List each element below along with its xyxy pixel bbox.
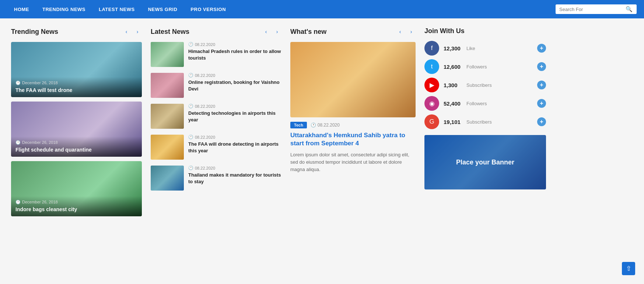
clock-icon-3: 🕐: [15, 200, 21, 205]
wn-date: 🕐 08.22.2020: [311, 123, 340, 128]
latest-next[interactable]: ›: [273, 27, 281, 36]
social-row-gg: G 19,101 Subscribers +: [424, 114, 546, 129]
whats-new-prev[interactable]: ‹: [396, 27, 405, 36]
trending-title-3: Indore bags cleanest city: [15, 206, 137, 213]
wn-tag: Tech: [290, 122, 307, 128]
trending-card-2[interactable]: 🕐 December 26, 2018 Flight schedule and …: [11, 102, 142, 157]
join-heading: Join With Us: [424, 27, 465, 35]
nav-home[interactable]: HOME: [7, 0, 36, 18]
trending-card-1[interactable]: 🕐 December 26, 2018 The FAA will test dr…: [11, 42, 142, 97]
ig-label: Followers: [466, 101, 533, 106]
search-input[interactable]: [559, 7, 626, 12]
clock-icon-l5: 🕐: [188, 166, 193, 170]
gg-label: Subscribers: [466, 119, 533, 125]
trending-section: Trending News ‹ › 🕐 December 26, 2018 Th…: [11, 27, 142, 216]
tw-plus[interactable]: +: [537, 62, 546, 71]
social-row-ig: ◉ 52,400 Followers +: [424, 96, 546, 111]
latest-item-1[interactable]: 🕐 08.22.2020 Himachal Pradesh rules in o…: [151, 42, 281, 67]
latest-section: Latest News ‹ › 🕐 08.22.2020 Himachal Pr…: [151, 27, 281, 216]
latest-item-3[interactable]: 🕐 08.22.2020 Detecting technologies in a…: [151, 104, 281, 129]
clock-icon-l3: 🕐: [188, 104, 193, 109]
facebook-icon[interactable]: f: [424, 41, 439, 56]
latest-item-5[interactable]: 🕐 08.22.2020 Thailand makes it mandatory…: [151, 166, 281, 191]
yt-plus[interactable]: +: [537, 81, 546, 89]
wn-body: Lorem ipsum dolor sit amet, consectetur …: [290, 151, 416, 173]
nav-grid[interactable]: NEWS GRID: [141, 0, 184, 18]
clock-icon-1: 🕐: [15, 81, 21, 85]
banner-box[interactable]: Place your Banner: [424, 135, 546, 189]
whats-new-section: What's new ‹ › Tech 🕐 08.22.2020 Uttarak…: [290, 27, 416, 216]
nav-latest[interactable]: LATEST NEWS: [92, 0, 141, 18]
social-row-yt: ▶ 1,300 Subscribers +: [424, 78, 546, 92]
nav-pro[interactable]: PRO VERSION: [184, 0, 232, 18]
latest-title-1: Himachal Pradesh rules in order to allow…: [188, 48, 281, 61]
latest-title-5: Thailand makes it mandatory for tourists…: [188, 172, 281, 185]
latest-heading: Latest News: [151, 28, 189, 36]
navbar: HOME TRENDING NEWS LATEST NEWS NEWS GRID…: [0, 0, 644, 18]
social-row-fb: f 12,300 Like +: [424, 41, 546, 56]
clock-icon-l2: 🕐: [188, 73, 193, 78]
trending-title-1: The FAA will test drone: [15, 87, 137, 93]
fb-plus[interactable]: +: [537, 44, 546, 53]
youtube-icon[interactable]: ▶: [424, 78, 439, 92]
clock-icon-l4: 🕐: [188, 135, 193, 139]
social-row-tw: t 12,600 Followers +: [424, 59, 546, 74]
trending-title-2: Flight schedule and quarantine: [15, 146, 137, 153]
clock-icon-l1: 🕐: [188, 42, 193, 47]
search-icon: 🔍: [626, 6, 633, 13]
banner-text: Place your Banner: [456, 159, 514, 166]
tw-label: Followers: [466, 64, 533, 70]
clock-icon-wn: 🕐: [311, 123, 316, 128]
ig-plus[interactable]: +: [537, 99, 546, 108]
twitter-icon[interactable]: t: [424, 59, 439, 74]
yt-label: Subscribers: [466, 82, 533, 88]
fb-label: Like: [466, 46, 533, 51]
yt-count: 1,300: [444, 82, 462, 88]
clock-icon-2: 🕐: [15, 140, 21, 145]
whats-new-next[interactable]: ›: [407, 27, 416, 36]
trending-card-3[interactable]: 🕐 December 26, 2018 Indore bags cleanest…: [11, 161, 142, 216]
whats-new-image: [290, 42, 416, 117]
latest-title-4: The FAA will drone detecting in airports…: [188, 141, 281, 154]
google-icon[interactable]: G: [424, 114, 439, 129]
wn-title[interactable]: Uttarakhand's Hemkund Sahib yatra to sta…: [290, 131, 416, 148]
tw-count: 12,600: [444, 64, 462, 70]
latest-item-4[interactable]: 🕐 08.22.2020 The FAA will drone detectin…: [151, 135, 281, 160]
latest-title-3: Detecting technologies in airports this …: [188, 110, 281, 123]
fb-count: 12,300: [444, 45, 462, 52]
latest-item-2[interactable]: 🕐 08.22.2020 Online registration, bookin…: [151, 73, 281, 98]
trending-next[interactable]: ›: [133, 27, 142, 36]
nav-trending[interactable]: TRENDING NEWS: [36, 0, 92, 18]
whats-new-heading: What's new: [290, 28, 326, 36]
trending-heading: Trending News: [11, 28, 58, 36]
latest-title-2: Online registration, booking for Vaishno…: [188, 79, 281, 92]
join-section: Join With Us f 12,300 Like + t 12,600 Fo…: [424, 27, 546, 216]
gg-count: 19,101: [444, 119, 462, 125]
instagram-icon[interactable]: ◉: [424, 96, 439, 111]
latest-prev[interactable]: ‹: [262, 27, 270, 36]
search-box: 🔍: [556, 4, 637, 14]
ig-count: 52,400: [444, 100, 462, 107]
gg-plus[interactable]: +: [537, 117, 546, 126]
trending-prev[interactable]: ‹: [122, 27, 131, 36]
